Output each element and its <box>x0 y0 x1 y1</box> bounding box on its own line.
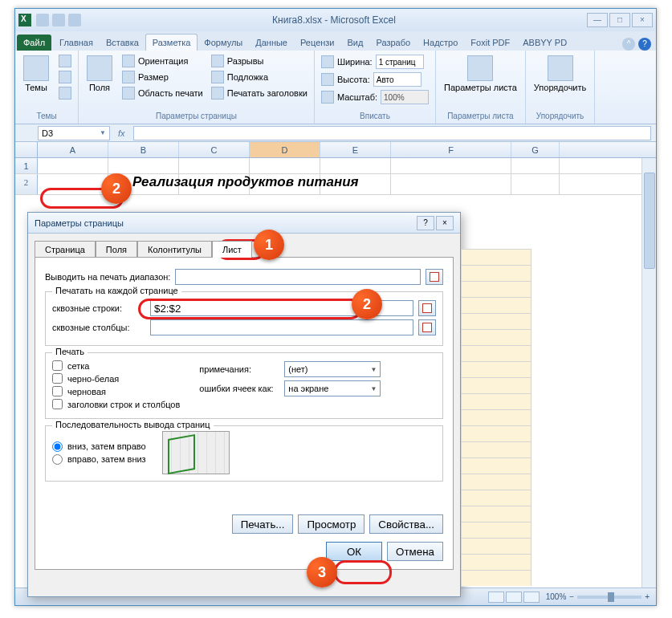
theme-fonts-button[interactable] <box>57 70 73 84</box>
size-button[interactable]: Размер <box>120 70 205 84</box>
tab-developer[interactable]: Разрабо <box>369 35 417 51</box>
row-header-1[interactable]: 1 <box>15 158 38 173</box>
chevron-down-icon[interactable]: ▼ <box>100 129 106 136</box>
dialog-tab-page[interactable]: Страница <box>35 241 96 258</box>
tab-insert[interactable]: Вставка <box>100 35 145 51</box>
qat-redo-icon[interactable] <box>68 14 81 26</box>
orientation-button[interactable]: Ориентация <box>120 54 205 68</box>
page-break-view-icon[interactable] <box>523 592 540 603</box>
row-2: 2 Реализация продуктов питания <box>15 174 656 195</box>
help-buttons: ^ ? <box>622 38 656 51</box>
help-icon[interactable]: ? <box>638 38 651 51</box>
tab-home[interactable]: Главная <box>53 35 100 51</box>
gridlines-checkbox[interactable] <box>52 360 63 371</box>
headings-checkbox[interactable] <box>52 399 63 409</box>
tab-review[interactable]: Рецензи <box>294 35 341 51</box>
title-rows-input[interactable] <box>150 300 413 316</box>
draft-checkbox[interactable] <box>52 386 63 396</box>
title-cols-input[interactable] <box>150 319 413 335</box>
ok-button[interactable]: ОК <box>326 542 382 561</box>
bw-checkbox[interactable] <box>52 373 63 384</box>
minimize-button[interactable]: — <box>587 13 608 27</box>
cell-b2[interactable]: Реализация продуктов питания <box>108 174 179 194</box>
qat-save-icon[interactable] <box>36 14 49 26</box>
properties-button[interactable]: Свойства... <box>369 514 443 534</box>
tab-file[interactable]: Файл <box>17 35 51 51</box>
comments-combo[interactable]: (нет)▼ <box>284 361 381 377</box>
cell-g1[interactable] <box>511 158 560 173</box>
qat-undo-icon[interactable] <box>52 14 65 26</box>
cell-f2[interactable] <box>391 174 511 194</box>
dialog-tab-header-footer[interactable]: Колонтитулы <box>137 241 212 258</box>
cell-g2[interactable] <box>511 174 560 194</box>
col-header-e[interactable]: E <box>320 142 391 157</box>
scale-input[interactable] <box>381 90 429 104</box>
print-titles-button[interactable]: Печатать заголовки <box>210 86 309 100</box>
print-range-picker-button[interactable] <box>426 269 443 285</box>
tab-abbyy[interactable]: ABBYY PD <box>516 35 573 51</box>
zoom-out-button[interactable]: − <box>569 592 574 601</box>
quick-access-toolbar <box>36 14 81 26</box>
tab-formulas[interactable]: Формулы <box>198 35 249 51</box>
close-button[interactable]: × <box>632 13 653 27</box>
dialog-tab-sheet[interactable]: Лист <box>212 241 252 258</box>
tab-page-layout[interactable]: Разметка <box>145 34 198 51</box>
theme-effects-button[interactable] <box>57 86 73 100</box>
order-right-radio[interactable] <box>52 454 63 465</box>
tab-addins[interactable]: Надстро <box>417 35 464 51</box>
cell-f1[interactable] <box>391 158 511 173</box>
arrange-button[interactable]: Упорядочить <box>531 54 589 110</box>
tab-view[interactable]: Вид <box>341 35 370 51</box>
theme-colors-button[interactable] <box>57 54 73 68</box>
tab-foxit[interactable]: Foxit PDF <box>464 35 516 51</box>
print-range-input[interactable] <box>175 269 421 285</box>
margins-button[interactable]: Поля <box>83 54 116 110</box>
title-rows-picker-button[interactable] <box>418 300 436 316</box>
errors-combo[interactable]: на экране▼ <box>284 380 381 396</box>
col-header-g[interactable]: G <box>511 142 560 157</box>
width-input[interactable] <box>376 55 424 69</box>
background-button[interactable]: Подложка <box>210 70 309 84</box>
tab-data[interactable]: Данные <box>249 35 294 51</box>
dialog-help-button[interactable]: ? <box>417 216 434 230</box>
print-area-button[interactable]: Область печати <box>120 86 205 100</box>
comments-label: примечания: <box>199 364 279 374</box>
themes-button[interactable]: Темы <box>20 54 52 110</box>
normal-view-icon[interactable] <box>488 592 504 603</box>
height-input[interactable] <box>373 72 422 87</box>
fx-icon[interactable]: fx <box>118 128 125 138</box>
row-header-2[interactable]: 2 <box>15 174 38 194</box>
vertical-scrollbar[interactable] <box>641 158 656 588</box>
formula-bar[interactable] <box>133 126 651 140</box>
name-box[interactable]: D3 ▼ <box>38 126 110 140</box>
col-header-c[interactable]: C <box>179 142 250 157</box>
zoom-level[interactable]: 100% <box>546 592 567 601</box>
cell-a2[interactable] <box>38 174 108 194</box>
page-layout-view-icon[interactable] <box>506 592 522 603</box>
select-all-corner[interactable] <box>15 142 38 157</box>
print-button[interactable]: Печать... <box>232 514 294 534</box>
zoom-in-button[interactable]: + <box>645 592 650 601</box>
cell-a1[interactable] <box>38 158 108 173</box>
cell-e1[interactable] <box>320 158 391 173</box>
order-down-radio[interactable] <box>52 441 63 452</box>
zoom-slider[interactable] <box>577 596 641 599</box>
minimize-ribbon-icon[interactable]: ^ <box>622 38 635 51</box>
cancel-button[interactable]: Отмена <box>387 542 443 561</box>
cell-c1[interactable] <box>179 158 250 173</box>
breaks-button[interactable]: Разрывы <box>210 54 309 68</box>
cell-d1[interactable] <box>250 158 320 173</box>
title-cols-label: сквозные столбцы: <box>52 323 145 332</box>
col-header-a[interactable]: A <box>38 142 108 157</box>
preview-button[interactable]: Просмотр <box>298 514 365 534</box>
dialog-close-button[interactable]: × <box>436 216 454 230</box>
cell-b1[interactable] <box>108 158 179 173</box>
maximize-button[interactable]: □ <box>609 13 630 27</box>
col-header-b[interactable]: B <box>108 142 179 157</box>
scrollbar-thumb[interactable] <box>644 173 655 269</box>
dialog-tab-margins[interactable]: Поля <box>96 241 137 258</box>
title-cols-picker-button[interactable] <box>418 319 436 335</box>
col-header-f[interactable]: F <box>391 142 511 157</box>
col-header-d[interactable]: D <box>250 142 320 157</box>
sheet-options-button[interactable]: Параметры листа <box>441 54 520 110</box>
